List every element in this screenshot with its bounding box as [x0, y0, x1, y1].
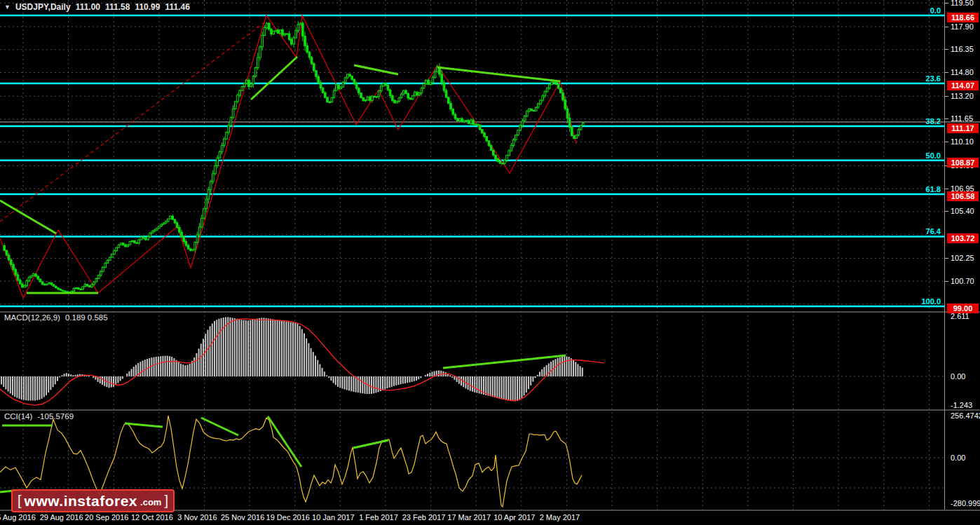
mt4-chart-window: 0.023.638.250.061.876.4100.0 ▼ USDJPY,Da… [0, 0, 980, 525]
macd-bar [308, 343, 309, 376]
candle-body [142, 237, 144, 238]
macd-bar [317, 360, 318, 376]
candle-body [578, 130, 580, 135]
candle-body [571, 128, 573, 136]
macd-bar [93, 376, 94, 378]
macd-bar [131, 369, 132, 376]
macd-bar [176, 360, 177, 376]
macd-bar [178, 362, 179, 376]
candle-body [398, 97, 400, 101]
candle-body [315, 71, 318, 77]
candle-body [33, 274, 35, 276]
macd-bar [30, 376, 32, 401]
candle-body [445, 90, 447, 97]
candle-body [118, 245, 120, 247]
candle-body [280, 30, 282, 34]
macd-bar [451, 376, 453, 378]
macd-bar [234, 318, 236, 376]
macd-bar [115, 376, 116, 385]
macd-bar [283, 321, 285, 376]
cci-trendline-3[interactable] [268, 416, 301, 467]
macd-bar [243, 320, 245, 376]
macd-bar [535, 376, 536, 378]
candle-body [190, 249, 192, 250]
candle-body [389, 90, 391, 95]
candle-body [286, 34, 288, 34]
candle-body [78, 288, 80, 289]
fib-price-badge: 103.72 [947, 233, 979, 243]
macd-bar [88, 376, 90, 376]
candle-body [24, 285, 26, 287]
macd-bar [434, 371, 435, 376]
candle-body [75, 288, 77, 289]
candle-body [580, 125, 582, 130]
cci-trendline-4[interactable] [353, 440, 388, 448]
chevron-down-icon[interactable]: ▼ [4, 4, 11, 11]
macd-bar [236, 319, 238, 376]
candle-body [46, 284, 48, 285]
candle-body [396, 101, 398, 102]
candle-body [475, 124, 477, 125]
trendline-0[interactable] [0, 200, 56, 233]
macd-bar [290, 322, 292, 376]
candle-body [165, 221, 167, 223]
macd-bar [420, 376, 421, 378]
macd-bar [530, 376, 531, 386]
candle-body [210, 182, 212, 190]
candle-body [232, 109, 234, 117]
candle-body [493, 151, 495, 156]
macd-bar [223, 318, 224, 376]
cci-trendline-1[interactable] [125, 423, 163, 427]
dashed-trendline[interactable] [0, 21, 266, 221]
chart-title-bar: ▼ USDJPY,Daily 111.00 111.58 110.99 111.… [4, 2, 190, 12]
macd-bar [573, 360, 574, 376]
macd-bar [229, 318, 231, 376]
trendline-4[interactable] [437, 67, 560, 81]
macd-bar [162, 356, 163, 376]
macd-bar [532, 376, 533, 382]
macd-bar [494, 376, 496, 397]
macd-bar [501, 376, 503, 399]
candle-body [434, 71, 436, 77]
candle-body [140, 237, 142, 240]
candle-body [409, 98, 411, 100]
macd-bar [32, 376, 34, 401]
price-tick-label: 114.80 [951, 68, 980, 77]
macd-bar [335, 376, 336, 385]
macd-bar [322, 368, 323, 376]
macd-bar [102, 376, 103, 385]
macd-bar [339, 376, 341, 388]
macd-bar [311, 348, 312, 376]
macd-bar [245, 320, 247, 376]
candle-body [517, 130, 519, 135]
macd-bar [537, 375, 538, 376]
cci-value: -105.5769 [37, 412, 74, 421]
macd-bar [117, 376, 118, 383]
cci-trendline-2[interactable] [201, 418, 238, 435]
chart-canvas[interactable]: 0.023.638.250.061.876.4100.0 [0, 0, 980, 525]
price-tickmark [945, 142, 948, 142]
macd-bar [512, 376, 514, 401]
candle-body [342, 82, 344, 87]
price-tickmark [945, 281, 948, 282]
candle-body [405, 90, 407, 93]
macd-bar [524, 376, 525, 395]
macd-bar [409, 376, 410, 383]
macd-bar [48, 376, 49, 393]
ohlc-open: 111.00 [76, 2, 100, 12]
candle-body [28, 278, 30, 281]
macd-bar [485, 376, 486, 395]
macd-trendline[interactable] [443, 355, 566, 368]
candle-body [501, 163, 503, 164]
candle-body [154, 230, 156, 231]
watermark-bracket-right: ] [164, 493, 168, 509]
macd-bar [165, 356, 166, 376]
candle-body [302, 23, 304, 36]
candle-body [306, 46, 308, 52]
trendline-3[interactable] [354, 65, 398, 74]
macd-bar [355, 376, 357, 393]
macd-bar [198, 348, 200, 376]
candle-body [538, 104, 540, 107]
macd-bar [559, 357, 561, 376]
macd-bar [326, 375, 327, 376]
